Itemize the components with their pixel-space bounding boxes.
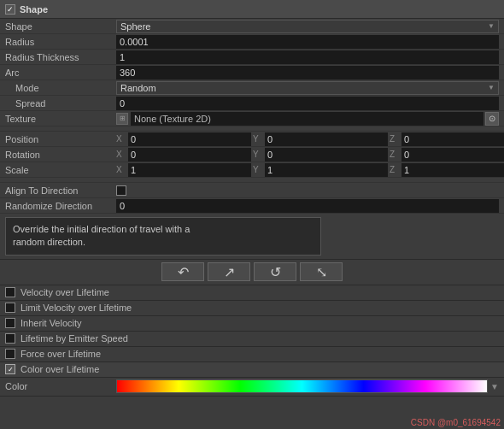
scale-x-label: X xyxy=(116,165,126,174)
tooltip-line1: Override the initial direction of travel… xyxy=(13,223,314,236)
position-y-label: Y xyxy=(253,134,263,144)
arc-input[interactable] xyxy=(116,66,499,79)
spread-row: Spread xyxy=(0,96,504,111)
arrow-icon: ↗ xyxy=(224,264,235,280)
scale-xyz: X Y Z xyxy=(116,163,504,177)
arc-row: Arc xyxy=(0,65,504,80)
mode-dropdown-arrow: ▼ xyxy=(488,84,495,91)
rotation-xyz: X Y Z xyxy=(116,148,504,162)
radius-thickness-input[interactable] xyxy=(116,50,499,64)
texture-label: Texture xyxy=(5,114,116,124)
color-checkbox[interactable]: ✓ xyxy=(5,364,15,374)
rotation-row: Rotation X Y Z xyxy=(0,147,504,162)
icon-btn-1[interactable]: ↶ xyxy=(161,262,204,281)
texture-preview-icon: ⊞ xyxy=(116,113,128,125)
icon-btn-4[interactable]: ⤡ xyxy=(300,262,343,281)
tooltip-container: Override the initial direction of travel… xyxy=(0,214,504,260)
mode-label: Mode xyxy=(5,83,116,93)
shape-section-title: Shape xyxy=(20,4,48,15)
radius-row: Radius xyxy=(0,34,504,50)
texture-select-btn[interactable]: ⊙ xyxy=(485,112,499,126)
modules-list: Velocity over Lifetime Limit Velocity ov… xyxy=(0,285,504,378)
align-to-direction-row: Align To Direction xyxy=(0,183,504,198)
arc-label: Arc xyxy=(5,68,116,78)
force-label: Force over Lifetime xyxy=(21,349,101,359)
main-panel: ✓ Shape Shape Sphere ▼ Radius Radius Thi… xyxy=(0,0,504,397)
shape-dropdown[interactable]: Sphere ▼ xyxy=(116,20,499,33)
position-y-input[interactable] xyxy=(265,132,388,146)
inherit-velocity-label: Inherit Velocity xyxy=(21,318,82,328)
icon-row: ↶ ↗ ↺ ⤡ xyxy=(0,260,504,285)
radius-input[interactable] xyxy=(116,35,499,49)
radius-label: Radius xyxy=(5,37,116,47)
mode-row: Mode Random ▼ xyxy=(0,80,504,96)
mode-dropdown[interactable]: Random ▼ xyxy=(116,81,499,95)
position-xyz: X Y Z xyxy=(116,132,504,146)
scale-z-label: Z xyxy=(390,165,400,174)
shape-section-header[interactable]: ✓ Shape xyxy=(0,0,504,19)
velocity-checkbox[interactable] xyxy=(5,287,15,297)
scale-row: Scale X Y Z xyxy=(0,162,504,178)
scale-label: Scale xyxy=(5,165,116,175)
scale-x-input[interactable] xyxy=(128,163,251,177)
rotation-x-input[interactable] xyxy=(128,148,251,162)
icon-btn-3[interactable]: ↺ xyxy=(254,262,296,281)
undo-icon: ↶ xyxy=(178,264,189,280)
position-z-label: Z xyxy=(390,134,400,144)
refresh-icon: ↺ xyxy=(270,264,281,280)
limit-velocity-checkbox[interactable] xyxy=(5,303,15,313)
color-label: Color over Lifetime xyxy=(21,364,99,374)
lifetime-speed-checkbox[interactable] xyxy=(5,333,15,344)
shape-enabled-checkbox[interactable]: ✓ xyxy=(5,4,15,15)
module-limit-velocity[interactable]: Limit Velocity over Lifetime xyxy=(0,301,504,316)
color-field-label: Color xyxy=(5,381,116,391)
module-force[interactable]: Force over Lifetime xyxy=(0,347,504,362)
module-color[interactable]: ✓ Color over Lifetime xyxy=(0,362,504,378)
position-label: Position xyxy=(5,134,116,144)
texture-value[interactable]: None (Texture 2D) xyxy=(131,112,483,126)
velocity-label: Velocity over Lifetime xyxy=(21,287,109,297)
scale-y-label: Y xyxy=(253,165,263,174)
rotation-z-label: Z xyxy=(390,150,400,159)
spread-input[interactable] xyxy=(116,97,499,110)
icon-btn-2[interactable]: ↗ xyxy=(208,262,250,281)
color-dropdown-arrow[interactable]: ▼ xyxy=(490,382,499,391)
rotation-y-input[interactable] xyxy=(265,148,388,162)
module-inherit-velocity[interactable]: Inherit Velocity xyxy=(0,316,504,332)
randomize-direction-label: Randomize Direction xyxy=(5,201,116,211)
align-to-direction-checkbox[interactable] xyxy=(116,185,126,196)
color-bar-row: Color ▼ xyxy=(0,378,504,397)
position-row: Position X Y Z xyxy=(0,132,504,147)
color-gradient-bar[interactable] xyxy=(116,379,488,393)
force-checkbox[interactable] xyxy=(5,349,15,359)
texture-row: Texture ⊞ None (Texture 2D) ⊙ xyxy=(0,111,504,126)
radius-thickness-row: Radius Thickness xyxy=(0,50,504,65)
rotation-y-label: Y xyxy=(253,150,263,159)
rotation-x-label: X xyxy=(116,150,126,159)
spread-label: Spread xyxy=(5,98,116,109)
shape-row: Shape Sphere ▼ xyxy=(0,19,504,34)
scale-z-input[interactable] xyxy=(401,163,504,177)
tooltip-box: Override the initial direction of travel… xyxy=(5,217,321,256)
shape-dropdown-arrow: ▼ xyxy=(488,22,495,30)
module-lifetime-speed[interactable]: Lifetime by Emitter Speed xyxy=(0,332,504,347)
randomize-direction-input[interactable] xyxy=(116,199,499,213)
lifetime-speed-label: Lifetime by Emitter Speed xyxy=(21,333,128,344)
position-x-input[interactable] xyxy=(128,132,251,146)
rotation-label: Rotation xyxy=(5,150,116,160)
position-x-label: X xyxy=(116,134,126,144)
align-to-direction-label: Align To Direction xyxy=(5,185,116,196)
tooltip-line2: random direction. xyxy=(13,236,314,249)
limit-velocity-label: Limit Velocity over Lifetime xyxy=(21,303,132,313)
position-z-input[interactable] xyxy=(401,132,504,146)
expand-icon: ⤡ xyxy=(316,264,327,280)
module-velocity[interactable]: Velocity over Lifetime xyxy=(0,285,504,301)
rotation-z-input[interactable] xyxy=(401,148,504,162)
scale-y-input[interactable] xyxy=(265,163,388,177)
watermark: CSDN @m0_61694542 xyxy=(411,418,501,427)
radius-thickness-label: Radius Thickness xyxy=(5,52,116,62)
inherit-velocity-checkbox[interactable] xyxy=(5,318,15,328)
shape-label: Shape xyxy=(5,21,116,32)
randomize-direction-row: Randomize Direction xyxy=(0,198,504,214)
